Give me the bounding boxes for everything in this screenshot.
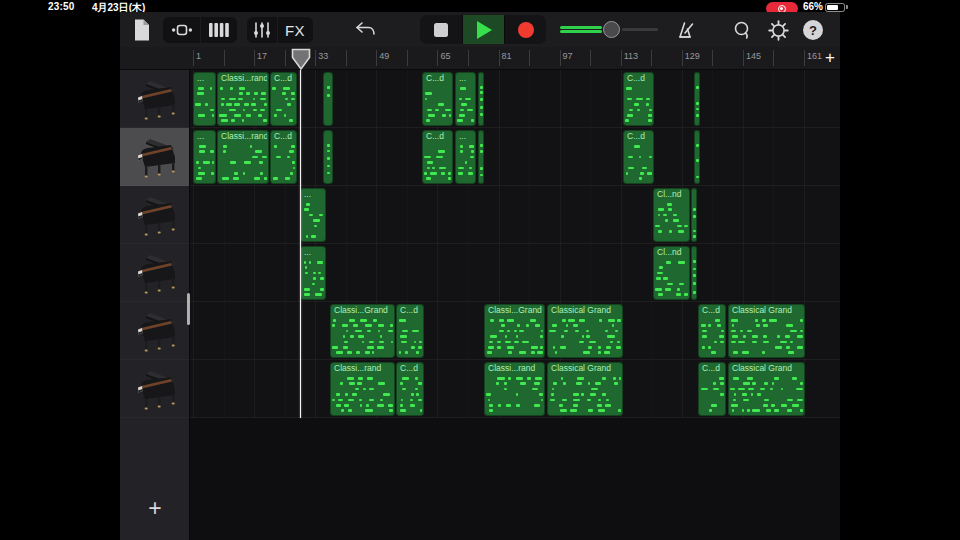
master-volume-slider[interactable]: [560, 12, 660, 47]
undo-button[interactable]: [352, 17, 378, 43]
record-button[interactable]: [504, 15, 546, 44]
volume-knob[interactable]: [603, 21, 620, 38]
midi-region[interactable]: Classical Grand: [547, 304, 623, 358]
midi-note: [378, 324, 384, 327]
track-header-5[interactable]: [120, 302, 189, 360]
midi-region[interactable]: ...: [193, 130, 216, 184]
midi-note: [195, 103, 201, 106]
midi-note: [258, 114, 261, 117]
midi-region[interactable]: ...: [300, 188, 326, 242]
midi-region[interactable]: [478, 72, 484, 126]
midi-note: [304, 261, 306, 264]
stop-button[interactable]: [420, 15, 462, 44]
midi-region[interactable]: ...: [300, 246, 326, 300]
track-lane-6[interactable]: Classi...randC...dClassi...randClassical…: [190, 360, 840, 418]
midi-region[interactable]: ...: [455, 130, 476, 184]
midi-region[interactable]: Classi...Grand: [484, 304, 545, 358]
settings-gear-icon: [768, 20, 789, 41]
midi-region[interactable]: C...d: [698, 362, 726, 416]
midi-note: [458, 167, 465, 170]
track-lane-5[interactable]: Classi...GrandC...dClassi...GrandClassic…: [190, 302, 840, 360]
region-label: Classi...Grand: [488, 305, 543, 315]
midi-region[interactable]: C...d: [396, 304, 424, 358]
region-label: C...d: [702, 305, 724, 315]
add-section-button[interactable]: +: [820, 48, 840, 68]
midi-region[interactable]: C...d: [623, 72, 654, 126]
add-track-button[interactable]: +: [142, 495, 168, 521]
midi-region[interactable]: Classical Grand: [728, 304, 805, 358]
midi-region[interactable]: C...d: [623, 130, 654, 184]
midi-note: [383, 393, 390, 396]
midi-note: [221, 119, 228, 122]
settings-button[interactable]: [764, 17, 792, 43]
metronome-button[interactable]: [672, 17, 700, 43]
ruler[interactable]: 1173349658197113129145161 +: [120, 47, 840, 70]
region-label: Classi...rand: [221, 73, 267, 83]
track-lane-4[interactable]: ...Cl...nd: [190, 244, 840, 302]
track-header-1[interactable]: [120, 70, 189, 128]
tracks-view-button[interactable]: [163, 17, 200, 43]
midi-note: [460, 87, 466, 90]
midi-region[interactable]: [323, 72, 333, 126]
play-button[interactable]: [462, 15, 504, 44]
track-controls-button[interactable]: [247, 17, 277, 43]
midi-region[interactable]: C...d: [698, 304, 726, 358]
midi-region[interactable]: C...d: [396, 362, 424, 416]
midi-note: [634, 145, 640, 148]
midi-note: [679, 283, 684, 286]
midi-region[interactable]: ...: [193, 72, 216, 126]
midi-note: [693, 274, 696, 277]
midi-note: [198, 167, 201, 170]
track-lane-2[interactable]: ...Classi...randC...dC...d...C...d: [190, 128, 840, 186]
track-header-6[interactable]: [120, 360, 189, 418]
midi-region[interactable]: C...d: [270, 72, 297, 126]
midi-region[interactable]: Cl...nd: [653, 188, 690, 242]
midi-note: [405, 351, 408, 354]
midi-note: [717, 324, 721, 327]
loop-browser-button[interactable]: [728, 17, 756, 43]
midi-note: [715, 319, 719, 322]
track-lane-3[interactable]: ...Cl...nd: [190, 186, 840, 244]
midi-note: [747, 377, 753, 380]
midi-region[interactable]: Classi...rand: [484, 362, 545, 416]
playhead-line[interactable]: [300, 70, 302, 418]
midi-region[interactable]: Cl...nd: [653, 246, 690, 300]
midi-region[interactable]: [694, 130, 700, 184]
midi-region[interactable]: [323, 130, 333, 184]
midi-region[interactable]: [691, 246, 697, 300]
midi-region[interactable]: C...d: [422, 72, 453, 126]
midi-note: [625, 119, 628, 122]
midi-note: [667, 203, 672, 206]
playhead-marker[interactable]: [291, 48, 311, 71]
midi-region[interactable]: Classi...rand: [217, 130, 269, 184]
region-label: Cl...nd: [657, 247, 688, 257]
midi-note: [507, 346, 514, 349]
midi-region[interactable]: [694, 72, 700, 126]
track-lane-1[interactable]: ...Classi...randC...dC...d...C...d: [190, 70, 840, 128]
instrument-view-button[interactable]: [200, 17, 237, 43]
track-header-4[interactable]: [120, 244, 189, 302]
midi-note: [771, 404, 774, 407]
midi-note: [490, 319, 495, 322]
midi-note: [800, 382, 803, 385]
midi-region[interactable]: Classi...rand: [330, 362, 395, 416]
midi-region[interactable]: C...d: [422, 130, 453, 184]
midi-region[interactable]: Classical Grand: [728, 362, 805, 416]
midi-region[interactable]: [691, 188, 697, 242]
midi-note: [516, 377, 522, 380]
midi-region[interactable]: Classi...rand: [217, 72, 269, 126]
fx-button[interactable]: FX: [277, 17, 312, 43]
midi-region[interactable]: Classical Grand: [547, 362, 623, 416]
track-header-column: [120, 70, 190, 540]
help-icon: ?: [803, 20, 823, 40]
midi-note: [427, 167, 430, 170]
midi-note: [352, 393, 357, 396]
midi-region[interactable]: C...d: [270, 130, 297, 184]
midi-region[interactable]: ...: [455, 72, 476, 126]
midi-region[interactable]: [478, 130, 484, 184]
my-songs-button[interactable]: [128, 16, 156, 44]
track-header-3[interactable]: [120, 186, 189, 244]
track-header-2[interactable]: [120, 128, 189, 186]
help-button[interactable]: ?: [800, 19, 826, 41]
midi-region[interactable]: Classi...Grand: [330, 304, 395, 358]
